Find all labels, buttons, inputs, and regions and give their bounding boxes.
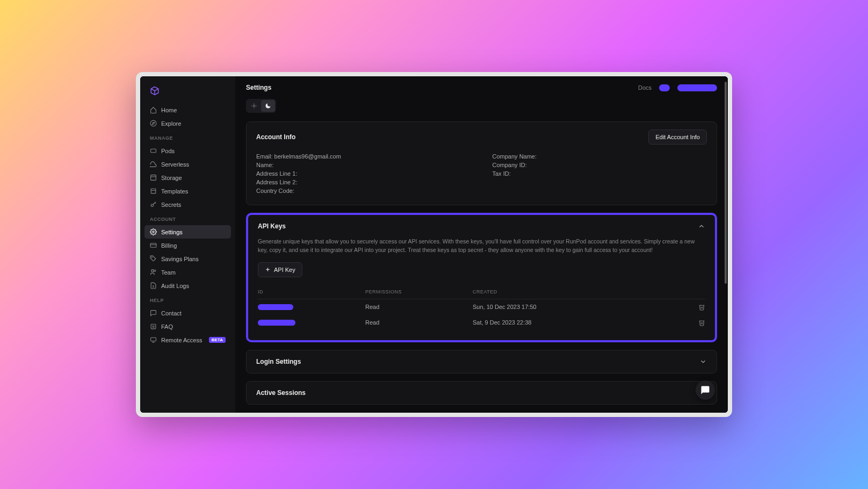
docs-link[interactable]: Docs <box>638 84 652 91</box>
redacted-balance <box>659 84 670 91</box>
section-manage: MANAGE <box>144 130 231 144</box>
sidebar-item-templates[interactable]: Templates <box>144 184 231 198</box>
chevron-down-icon[interactable] <box>699 358 707 365</box>
account-info-card: Account Info Edit Account Info Email: be… <box>246 121 717 205</box>
sidebar-item-settings[interactable]: Settings <box>144 225 231 239</box>
info-name: Name: <box>256 161 471 169</box>
info-companyid: Company ID: <box>493 161 707 169</box>
sidebar-item-label: Templates <box>161 188 188 195</box>
pods-icon <box>150 147 157 154</box>
svg-point-14 <box>151 270 154 272</box>
sidebar-item-team[interactable]: Team <box>144 265 231 279</box>
delete-key-button[interactable] <box>684 319 705 326</box>
theme-dark-button[interactable] <box>261 100 275 112</box>
table-row: Read Sun, 10 Dec 2023 17:50 <box>258 299 705 315</box>
login-title: Login Settings <box>256 358 301 365</box>
contact-icon <box>150 310 157 317</box>
svg-rect-5 <box>151 189 156 193</box>
sidebar-item-label: Home <box>161 107 177 113</box>
team-icon <box>150 269 157 276</box>
svg-rect-3 <box>151 175 156 181</box>
svg-point-10 <box>153 231 154 233</box>
svg-rect-11 <box>150 243 156 248</box>
api-keys-title: API Keys <box>258 222 286 230</box>
sidebar-item-label: Settings <box>161 229 183 235</box>
chevron-up-icon[interactable] <box>698 222 705 230</box>
sessions-title: Active Sessions <box>256 389 306 397</box>
sidebar-item-label: Team <box>161 269 176 276</box>
sidebar-item-label: Savings Plans <box>161 256 199 262</box>
sidebar-item-label: Pods <box>161 148 175 154</box>
sidebar-item-savings[interactable]: Savings Plans <box>144 252 231 265</box>
api-keys-table-head: ID PERMISSIONS CREATED <box>258 285 705 299</box>
account-info-title: Account Info <box>256 133 295 141</box>
audit-icon <box>150 282 157 289</box>
redacted-key-id <box>258 304 293 310</box>
login-settings-card[interactable]: Login Settings <box>246 350 717 373</box>
sidebar-item-secrets[interactable]: Secrets <box>144 198 231 211</box>
sidebar-item-audit[interactable]: Audit Logs <box>144 279 231 292</box>
sidebar-item-remote[interactable]: Remote Access BETA <box>144 333 231 347</box>
redacted-key-id <box>258 320 295 326</box>
sidebar-item-storage[interactable]: Storage <box>144 171 231 184</box>
tag-icon <box>150 255 157 262</box>
svg-rect-18 <box>151 324 156 329</box>
sidebar: Home Explore MANAGE Pods Serverless Stor… <box>140 76 235 413</box>
api-keys-desc: Generate unique keys that allow you to s… <box>258 238 705 255</box>
redacted-user[interactable] <box>677 84 717 91</box>
delete-key-button[interactable] <box>684 304 705 311</box>
sidebar-item-label: Remote Access <box>161 337 202 343</box>
cell-created: Sun, 10 Dec 2023 17:50 <box>473 304 684 310</box>
col-perms: PERMISSIONS <box>365 289 473 294</box>
sidebar-item-label: Audit Logs <box>161 283 189 289</box>
cell-created: Sat, 9 Dec 2023 22:38 <box>473 319 684 326</box>
app-window: Home Explore MANAGE Pods Serverless Stor… <box>140 76 728 413</box>
theme-toggle <box>246 99 276 113</box>
sidebar-item-pods[interactable]: Pods <box>144 144 231 157</box>
cell-perm: Read <box>365 319 473 326</box>
add-api-key-button[interactable]: API Key <box>258 262 302 277</box>
beta-badge: BETA <box>209 337 226 343</box>
home-icon <box>150 106 157 113</box>
theme-light-button[interactable] <box>247 100 261 112</box>
col-id: ID <box>258 289 365 294</box>
sidebar-item-label: Billing <box>161 242 177 249</box>
svg-point-7 <box>151 204 153 206</box>
content: Account Info Edit Account Info Email: be… <box>235 99 728 413</box>
billing-icon <box>150 242 157 249</box>
topbar-right: Docs <box>638 84 717 91</box>
sidebar-item-label: Explore <box>161 120 181 127</box>
sidebar-item-explore[interactable]: Explore <box>144 117 231 130</box>
compass-icon <box>150 120 157 127</box>
faq-icon <box>150 323 157 330</box>
sidebar-item-contact[interactable]: Contact <box>144 306 231 320</box>
info-country: Country Code: <box>256 186 471 195</box>
plus-icon <box>265 267 271 272</box>
sidebar-item-home[interactable]: Home <box>144 103 231 117</box>
storage-icon <box>150 174 157 181</box>
gear-icon <box>150 228 157 235</box>
chat-button[interactable] <box>696 380 715 400</box>
edit-account-button[interactable]: Edit Account Info <box>648 130 707 145</box>
remote-icon <box>150 336 157 343</box>
logo[interactable] <box>144 83 231 103</box>
svg-marker-1 <box>152 122 154 124</box>
active-sessions-card[interactable]: Active Sessions <box>246 381 717 405</box>
sidebar-item-faq[interactable]: FAQ <box>144 320 231 333</box>
sidebar-item-billing[interactable]: Billing <box>144 239 231 252</box>
info-email: Email: berkelmas96@gmail.com <box>256 152 471 161</box>
key-icon <box>150 201 157 208</box>
svg-rect-2 <box>151 149 156 153</box>
cloud-icon <box>150 161 157 168</box>
topbar: Settings Docs <box>235 76 728 99</box>
sidebar-item-label: Storage <box>161 175 182 181</box>
sidebar-item-label: Contact <box>161 310 182 317</box>
info-taxid: Tax ID: <box>493 169 707 178</box>
sidebar-item-serverless[interactable]: Serverless <box>144 157 231 171</box>
scrollbar[interactable] <box>725 82 727 284</box>
table-row: Read Sat, 9 Dec 2023 22:38 <box>258 315 705 330</box>
info-addr2: Address Line 2: <box>256 178 471 186</box>
info-addr1: Address Line 1: <box>256 169 471 178</box>
page-title: Settings <box>246 84 271 91</box>
section-help: HELP <box>144 292 231 306</box>
